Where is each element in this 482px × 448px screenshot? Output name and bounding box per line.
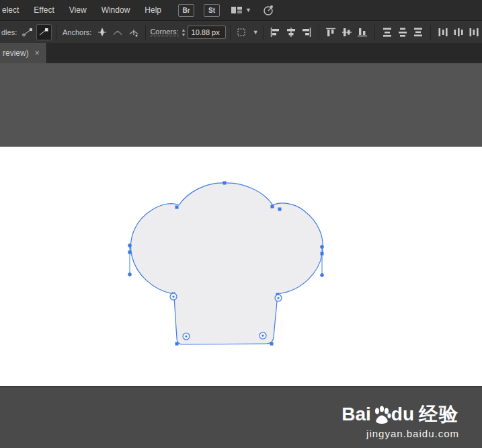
- align-top-icon[interactable]: [324, 25, 338, 40]
- menu-item-help[interactable]: Help: [137, 0, 169, 20]
- canvas-area[interactable]: [0, 63, 482, 448]
- menu-item-view[interactable]: View: [62, 0, 94, 20]
- separator: [374, 25, 375, 40]
- corners-value-input[interactable]: [188, 26, 226, 39]
- stepper-down-icon[interactable]: ▼: [182, 32, 186, 37]
- convert-anchor-icon[interactable]: [95, 25, 109, 40]
- anchors-label: Anchors:: [63, 28, 91, 36]
- baidu-paw-icon: [372, 405, 392, 425]
- chevron-down-icon: ▼: [253, 29, 259, 36]
- document-tab[interactable]: review) ×: [0, 43, 47, 63]
- menu-item-select[interactable]: elect: [0, 0, 26, 20]
- logo-bai-text: Bai: [342, 405, 371, 424]
- baidu-jingyan-logo: Bai du 经验: [342, 405, 459, 424]
- separator: [263, 25, 264, 40]
- chevron-down-icon: ▼: [245, 7, 251, 13]
- separator: [230, 25, 231, 40]
- align-v-center-icon[interactable]: [339, 25, 354, 40]
- distribute-h-right-icon[interactable]: [467, 25, 481, 40]
- distribute-v-center-icon[interactable]: [395, 25, 409, 40]
- distribute-h-center-icon[interactable]: [451, 25, 465, 40]
- corners-label[interactable]: Corners:: [150, 28, 178, 36]
- artboard[interactable]: [0, 146, 482, 387]
- close-icon[interactable]: ×: [35, 48, 40, 58]
- separator: [430, 25, 431, 40]
- distribute-bottom-icon[interactable]: [411, 25, 426, 40]
- distribute-h-left-icon[interactable]: [436, 25, 450, 40]
- separator: [145, 25, 146, 40]
- handles-label: dles:: [1, 28, 17, 36]
- shape-properties-icon[interactable]: [235, 25, 249, 40]
- align-left-icon[interactable]: [268, 25, 282, 40]
- cut-path-icon[interactable]: [126, 25, 140, 40]
- separator: [319, 25, 319, 40]
- illustrator-window: elect Effect View Window Help Br St ▼ dl…: [0, 0, 482, 448]
- arrange-documents-icon[interactable]: ▼: [231, 5, 251, 15]
- baidu-jingyan-watermark: Bai du 经验 jingyan.baidu.com: [342, 405, 459, 439]
- workspace-switcher-icon[interactable]: [262, 5, 274, 15]
- menu-item-effect[interactable]: Effect: [26, 0, 61, 20]
- stock-badge[interactable]: St: [204, 4, 220, 17]
- handle-style-solid-icon[interactable]: [36, 24, 52, 40]
- corners-stepper[interactable]: ▲ ▼: [182, 28, 186, 37]
- handle-style-plain-icon[interactable]: [20, 25, 34, 40]
- align-bottom-icon[interactable]: [356, 25, 370, 40]
- jingyan-url-text: jingyan.baidu.com: [342, 428, 459, 439]
- document-tab-label: review): [3, 48, 29, 58]
- control-bar: dles: Anchors:: [0, 20, 482, 44]
- bridge-badge[interactable]: Br: [178, 4, 194, 17]
- logo-du-text: du: [391, 405, 414, 424]
- separator: [56, 25, 57, 40]
- document-tab-bar: review) ×: [0, 43, 482, 63]
- distribute-top-icon[interactable]: [380, 25, 394, 40]
- menu-bar: elect Effect View Window Help Br St ▼: [0, 0, 482, 20]
- stepper-up-icon[interactable]: ▲: [182, 28, 186, 32]
- align-right-icon[interactable]: [299, 25, 313, 40]
- menu-item-window[interactable]: Window: [94, 0, 138, 20]
- smooth-anchor-icon[interactable]: [111, 25, 125, 40]
- align-h-center-icon[interactable]: [284, 25, 298, 40]
- logo-jingyan-text: 经验: [419, 405, 459, 424]
